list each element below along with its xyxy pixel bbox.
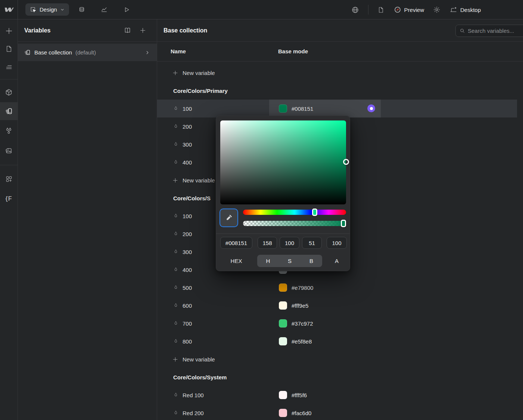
value-cell[interactable]: #fff5f6	[269, 386, 381, 404]
preview-compass-icon	[394, 6, 401, 13]
alias-indicator[interactable]	[367, 104, 375, 112]
design-cursor-icon	[30, 6, 37, 13]
add-collection-button[interactable]	[138, 26, 147, 35]
collection-default-badge: (default)	[75, 49, 96, 56]
droplets-icon	[5, 127, 13, 135]
variables-search[interactable]	[455, 25, 523, 37]
saturation-brightness-area[interactable]	[220, 120, 346, 204]
analytics-button[interactable]	[97, 3, 111, 16]
search-input[interactable]	[468, 28, 523, 34]
color-swatch[interactable]	[279, 409, 287, 417]
navigator-button[interactable]	[0, 58, 18, 76]
value-cell[interactable]: #fff9e5	[269, 297, 381, 314]
hue-slider-handle[interactable]	[312, 209, 317, 216]
droplet-icon	[173, 106, 178, 111]
functions-button[interactable]: {F	[0, 190, 18, 208]
value-cell-selected[interactable]: #008151	[269, 100, 381, 117]
s-label[interactable]: S	[279, 255, 301, 267]
droplet-icon	[173, 267, 178, 272]
b-label[interactable]: B	[301, 255, 322, 267]
webflow-logo[interactable]	[0, 0, 18, 19]
plus-icon	[5, 27, 13, 35]
new-variable-button[interactable]: New variable	[157, 64, 523, 82]
value-cell[interactable]: #fac6d0	[269, 404, 381, 420]
table-row[interactable]: Red 200 #fac6d0	[157, 404, 523, 420]
collection-title: Base collection	[164, 27, 207, 34]
new-variable-button[interactable]: New variable	[157, 350, 523, 368]
color-swatch[interactable]	[279, 319, 287, 327]
hex-mode-tab[interactable]: HEX	[220, 255, 252, 267]
alpha-slider[interactable]	[243, 221, 346, 226]
line-chart-icon	[100, 6, 108, 13]
droplet-icon	[173, 213, 178, 219]
preview-toggle[interactable]: Preview	[394, 6, 424, 13]
droplet-icon	[173, 142, 178, 147]
eyedropper-button[interactable]	[220, 209, 238, 227]
apps-button[interactable]	[0, 170, 18, 188]
pages-button[interactable]	[0, 40, 18, 58]
color-swatch[interactable]	[279, 337, 287, 345]
eyedropper-icon	[225, 214, 233, 222]
color-swatch[interactable]	[279, 104, 287, 113]
alpha-mode-tab[interactable]: A	[327, 255, 347, 267]
alpha-input[interactable]: 100	[327, 237, 347, 249]
swatches-icon	[5, 107, 13, 115]
hex-input[interactable]: #008151	[220, 237, 252, 249]
table-row[interactable]: 100 #008151	[157, 100, 523, 117]
color-swatch[interactable]	[279, 301, 287, 310]
table-row[interactable]: 500 #e79800	[157, 279, 523, 297]
droplet-icon	[173, 339, 178, 344]
value-cell[interactable]: #e79800	[269, 279, 381, 297]
breakpoint-label: Desktop	[460, 7, 481, 13]
h-label[interactable]: H	[257, 255, 279, 267]
value-cell[interactable]: #37c972	[269, 314, 381, 332]
cms-database-button[interactable]	[75, 3, 88, 16]
webflow-logo-icon	[3, 7, 14, 13]
styles-button[interactable]	[0, 122, 18, 140]
table-row[interactable]: Red 100 #fff5f6	[157, 386, 523, 404]
hue-input[interactable]: 158	[258, 237, 277, 249]
variables-button[interactable]	[0, 102, 18, 120]
hue-slider[interactable]	[243, 210, 346, 215]
table-row[interactable]: 700 #37c972	[157, 314, 523, 332]
assets-button[interactable]	[0, 142, 18, 160]
variables-docs-button[interactable]	[122, 26, 132, 35]
chevron-right-icon	[145, 50, 150, 55]
page-settings-button[interactable]	[374, 3, 388, 16]
design-mode-dropdown[interactable]: Design	[25, 3, 69, 16]
desktop-breakpoint-icon	[449, 6, 457, 14]
saturation-input[interactable]: 100	[280, 237, 299, 249]
brightness-input[interactable]: 51	[302, 237, 322, 249]
picker-divider	[216, 233, 350, 234]
book-icon	[124, 26, 131, 34]
collection-item-base-collection[interactable]: Base collection (default)	[18, 44, 157, 61]
gear-icon	[433, 6, 440, 13]
table-row[interactable]: 600 #fff9e5	[157, 297, 523, 314]
alpha-slider-handle[interactable]	[341, 220, 346, 227]
value-cell[interactable]: #e5f8e8	[269, 332, 381, 350]
settings-button[interactable]	[430, 3, 443, 16]
components-button[interactable]	[0, 83, 18, 101]
top-bar: Design	[0, 0, 523, 19]
chevron-down-icon	[60, 7, 65, 12]
breakpoint-selector[interactable]: Desktop	[449, 6, 481, 14]
table-row[interactable]: 800 #e5f8e8	[157, 332, 523, 350]
table-column-headers: Name Base mode	[157, 42, 523, 62]
droplet-icon	[173, 160, 178, 165]
color-swatch[interactable]	[279, 283, 287, 292]
sv-cursor[interactable]	[343, 159, 349, 165]
color-swatch[interactable]	[279, 391, 287, 399]
droplet-icon	[173, 303, 178, 308]
add-elements-button[interactable]	[0, 22, 18, 40]
cube-icon	[5, 88, 13, 96]
interactions-button[interactable]	[120, 3, 133, 16]
hsb-mode-segment[interactable]: H S B	[257, 255, 322, 267]
column-name: Name	[171, 48, 186, 54]
droplet-icon	[173, 124, 178, 129]
rail-divider	[0, 165, 18, 165]
image-icon	[5, 147, 13, 155]
localization-button[interactable]	[349, 3, 362, 16]
group-header: Core/Colors/System	[157, 368, 523, 386]
rail-divider	[0, 79, 18, 79]
droplet-icon	[173, 410, 178, 416]
